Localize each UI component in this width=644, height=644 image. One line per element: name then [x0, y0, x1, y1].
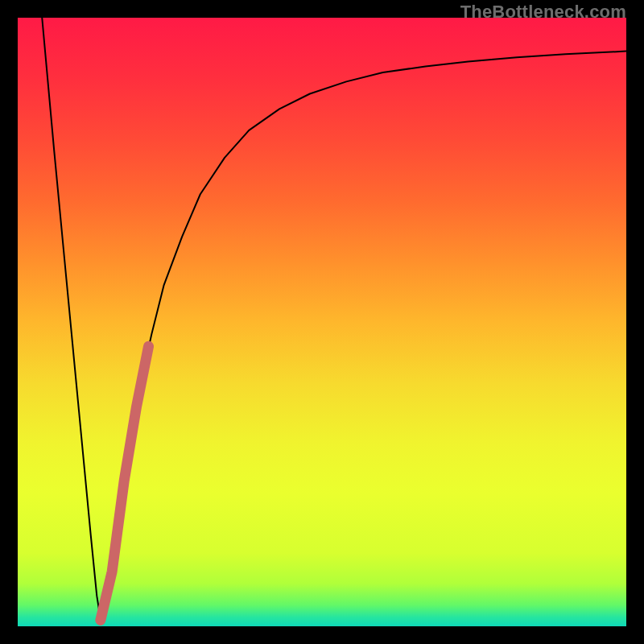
gradient-background — [18, 18, 626, 626]
chart-frame: TheBottleneck.com — [0, 0, 644, 644]
watermark-text: TheBottleneck.com — [460, 2, 626, 23]
plot-area — [18, 18, 626, 626]
chart-svg — [18, 18, 626, 626]
